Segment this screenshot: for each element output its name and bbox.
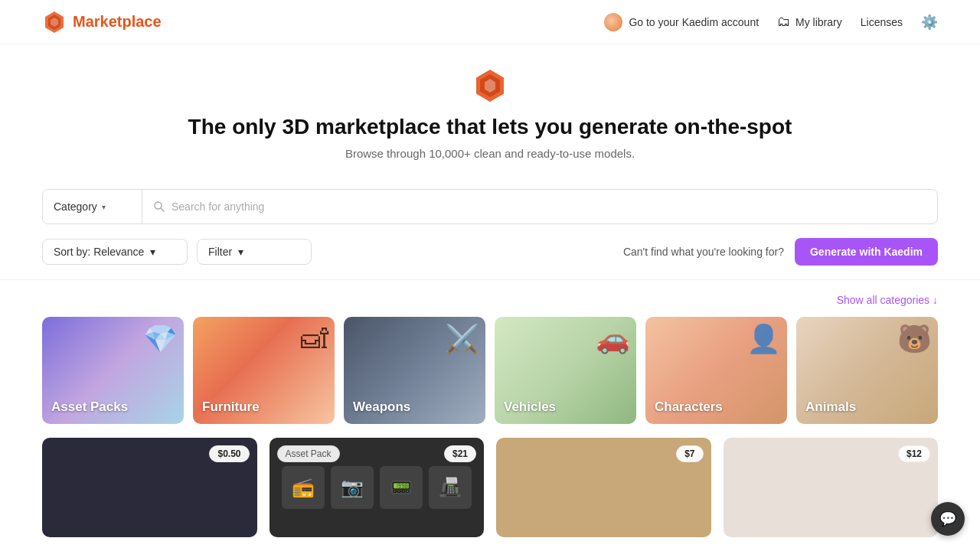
settings-button[interactable]: ⚙️ — [921, 14, 938, 31]
filter-dropdown[interactable]: Filter ▾ — [197, 239, 312, 265]
logo[interactable]: Marketplace — [42, 10, 162, 34]
chat-button[interactable]: 💬 — [931, 502, 965, 536]
folder-icon: 🗂 — [777, 14, 791, 30]
library-label: My library — [795, 16, 842, 28]
product-card-3[interactable]: $7 — [496, 438, 711, 537]
category-bg-asset-packs: 💎 Asset Packs — [42, 317, 184, 424]
hero-section: The only 3D marketplace that lets you ge… — [0, 44, 980, 175]
header: Marketplace Go to your Kaedim account 🗂 … — [0, 0, 980, 44]
account-avatar — [604, 13, 622, 31]
categories-section: Show all categories ↓ 💎 Asset Packs 🛋 Fu… — [0, 280, 980, 424]
product-price-1: $0.50 — [209, 445, 249, 462]
hero-logo-icon — [472, 67, 508, 104]
category-label-weapons: Weapons — [353, 399, 410, 415]
product-badge-2: Asset Pack — [277, 445, 340, 462]
filter-label: Filter — [208, 246, 232, 258]
search-icon — [153, 201, 165, 213]
generate-section: Can't find what you're looking for? Gene… — [623, 238, 938, 266]
category-label-animals: Animals — [805, 399, 856, 415]
category-emoji-vehicles: 🚗 — [596, 323, 630, 355]
product-price-4: $12 — [898, 445, 930, 462]
generate-button[interactable]: Generate with Kaedim — [795, 238, 938, 266]
category-bg-furniture: 🛋 Furniture — [193, 317, 335, 424]
category-card-asset-packs[interactable]: 💎 Asset Packs — [42, 317, 184, 424]
product-card-4[interactable]: $12 — [724, 438, 939, 537]
search-section: Category ▾ — [0, 175, 980, 224]
category-label-characters: Characters — [655, 399, 723, 415]
category-emoji-asset-packs: 💎 — [143, 323, 178, 355]
gear-icon: ⚙️ — [921, 15, 938, 30]
category-bg-animals: 🐻 Animals — [796, 317, 938, 424]
chevron-down-icon: ▾ — [102, 203, 106, 211]
sort-label: Sort by: Relevance — [54, 246, 144, 258]
product-thumb-2c: 📟 — [380, 466, 423, 509]
show-all-categories-button[interactable]: Show all categories ↓ — [837, 294, 938, 306]
category-bg-weapons: ⚔️ Weapons — [344, 317, 485, 424]
product-thumb-2a: 📻 — [282, 466, 325, 509]
svg-line-7 — [161, 208, 164, 211]
account-label: Go to your Kaedim account — [629, 16, 759, 28]
search-input-wrapper — [142, 190, 937, 223]
category-card-animals[interactable]: 🐻 Animals — [796, 317, 938, 424]
category-label-vehicles: Vehicles — [504, 399, 556, 415]
search-bar: Category ▾ — [42, 189, 938, 224]
product-thumb-2d: 📠 — [429, 466, 472, 509]
category-emoji-weapons: ⚔️ — [445, 323, 479, 355]
sort-dropdown[interactable]: Sort by: Relevance ▾ — [42, 239, 188, 265]
product-thumb-2b: 📷 — [331, 466, 374, 509]
filter-row: Sort by: Relevance ▾ Filter ▾ Can't find… — [0, 224, 980, 280]
category-bg-characters: 👤 Characters — [645, 317, 787, 424]
product-card-2[interactable]: Asset Pack $21 📻 📷 📟 📠 — [270, 438, 485, 537]
products-section: $0.50 Asset Pack $21 📻 📷 📟 📠 $7 $12 — [0, 424, 980, 537]
library-button[interactable]: 🗂 My library — [777, 14, 842, 30]
products-grid: $0.50 Asset Pack $21 📻 📷 📟 📠 $7 $12 — [42, 438, 938, 537]
category-card-furniture[interactable]: 🛋 Furniture — [193, 317, 335, 424]
category-emoji-characters: 👤 — [746, 323, 781, 355]
hero-subtitle: Browse through 10,000+ clean and ready-t… — [345, 147, 635, 160]
chat-icon: 💬 — [939, 510, 956, 527]
filter-chevron-icon: ▾ — [238, 246, 243, 258]
category-emoji-animals: 🐻 — [897, 323, 932, 355]
licenses-label: Licenses — [861, 16, 903, 28]
categories-grid: 💎 Asset Packs 🛋 Furniture ⚔️ Weapons 🚗 V… — [42, 317, 938, 424]
categories-header: Show all categories ↓ — [42, 294, 938, 306]
category-label-furniture: Furniture — [202, 399, 260, 415]
header-nav: Go to your Kaedim account 🗂 My library L… — [604, 13, 938, 31]
licenses-button[interactable]: Licenses — [861, 16, 903, 28]
product-price-2: $21 — [444, 445, 476, 462]
category-bg-vehicles: 🚗 Vehicles — [495, 317, 636, 424]
logo-icon — [42, 10, 67, 34]
category-card-weapons[interactable]: ⚔️ Weapons — [344, 317, 485, 424]
category-card-vehicles[interactable]: 🚗 Vehicles — [495, 317, 636, 424]
cant-find-text: Can't find what you're looking for? — [623, 246, 784, 258]
search-input[interactable] — [172, 201, 926, 213]
category-label: Category — [54, 201, 97, 213]
category-label-asset-packs: Asset Packs — [51, 399, 128, 415]
product-price-3: $7 — [676, 445, 703, 462]
sort-chevron-icon: ▾ — [150, 246, 155, 258]
category-dropdown[interactable]: Category ▾ — [43, 190, 142, 223]
account-button[interactable]: Go to your Kaedim account — [604, 13, 759, 31]
category-card-characters[interactable]: 👤 Characters — [645, 317, 787, 424]
hero-title: The only 3D marketplace that lets you ge… — [188, 115, 792, 139]
category-emoji-furniture: 🛋 — [301, 323, 328, 355]
logo-text: Marketplace — [73, 13, 162, 31]
product-card-1[interactable]: $0.50 — [42, 438, 257, 537]
